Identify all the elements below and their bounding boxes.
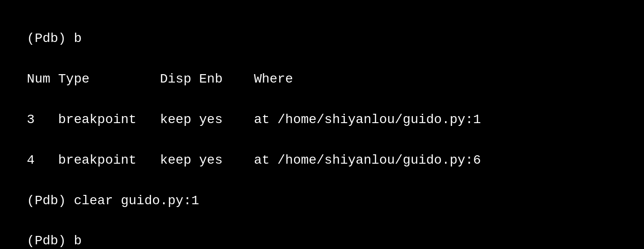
terminal-window: (Pdb) b Num Type Disp Enb Where 3 breakp… — [0, 0, 644, 249]
terminal-line-3: 3 breakpoint keep yes at /home/shiyanlou… — [27, 112, 481, 127]
terminal-line-1: (Pdb) b — [27, 31, 82, 46]
terminal-line-6: (Pdb) b — [27, 234, 82, 248]
terminal-line-2: Num Type Disp Enb Where — [27, 72, 293, 86]
terminal-line-4: 4 breakpoint keep yes at /home/shiyanlou… — [27, 153, 481, 167]
terminal-line-5: (Pdb) clear guido.py:1 — [27, 194, 199, 208]
